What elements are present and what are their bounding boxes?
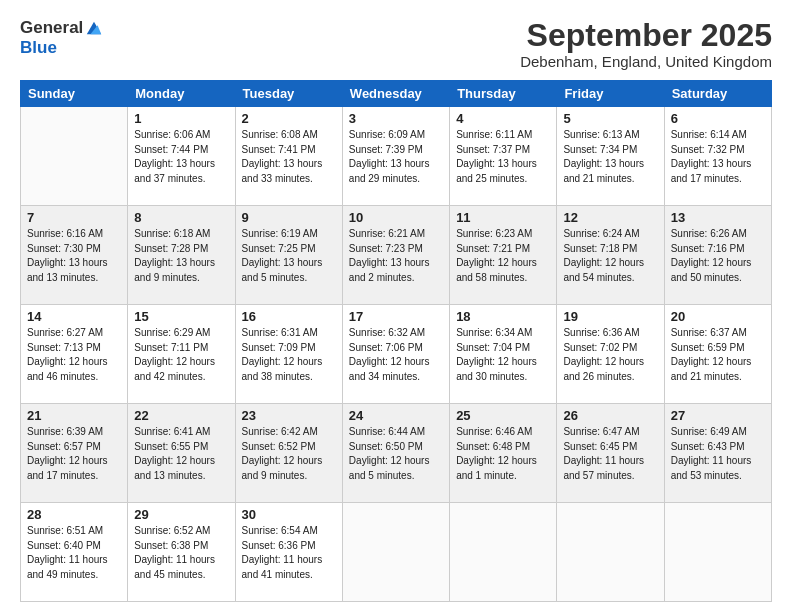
calendar-cell: 5Sunrise: 6:13 AM Sunset: 7:34 PM Daylig… (557, 107, 664, 206)
day-number: 5 (563, 111, 657, 126)
day-number: 23 (242, 408, 336, 423)
calendar-cell: 2Sunrise: 6:08 AM Sunset: 7:41 PM Daylig… (235, 107, 342, 206)
calendar-cell (557, 503, 664, 602)
day-info: Sunrise: 6:34 AM Sunset: 7:04 PM Dayligh… (456, 326, 550, 384)
calendar-cell: 3Sunrise: 6:09 AM Sunset: 7:39 PM Daylig… (342, 107, 449, 206)
col-header-monday: Monday (128, 81, 235, 107)
day-number: 28 (27, 507, 121, 522)
day-number: 8 (134, 210, 228, 225)
day-number: 1 (134, 111, 228, 126)
day-info: Sunrise: 6:21 AM Sunset: 7:23 PM Dayligh… (349, 227, 443, 285)
day-info: Sunrise: 6:08 AM Sunset: 7:41 PM Dayligh… (242, 128, 336, 186)
day-info: Sunrise: 6:09 AM Sunset: 7:39 PM Dayligh… (349, 128, 443, 186)
day-info: Sunrise: 6:46 AM Sunset: 6:48 PM Dayligh… (456, 425, 550, 483)
logo-blue-text: Blue (20, 38, 57, 58)
day-number: 13 (671, 210, 765, 225)
calendar-cell: 11Sunrise: 6:23 AM Sunset: 7:21 PM Dayli… (450, 206, 557, 305)
day-info: Sunrise: 6:26 AM Sunset: 7:16 PM Dayligh… (671, 227, 765, 285)
day-number: 4 (456, 111, 550, 126)
header: General Blue September 2025 Debenham, En… (20, 18, 772, 70)
day-number: 20 (671, 309, 765, 324)
day-info: Sunrise: 6:29 AM Sunset: 7:11 PM Dayligh… (134, 326, 228, 384)
day-number: 25 (456, 408, 550, 423)
calendar-week-1: 1Sunrise: 6:06 AM Sunset: 7:44 PM Daylig… (21, 107, 772, 206)
day-info: Sunrise: 6:23 AM Sunset: 7:21 PM Dayligh… (456, 227, 550, 285)
col-header-friday: Friday (557, 81, 664, 107)
day-number: 27 (671, 408, 765, 423)
day-number: 30 (242, 507, 336, 522)
day-info: Sunrise: 6:11 AM Sunset: 7:37 PM Dayligh… (456, 128, 550, 186)
calendar: SundayMondayTuesdayWednesdayThursdayFrid… (20, 80, 772, 602)
day-info: Sunrise: 6:41 AM Sunset: 6:55 PM Dayligh… (134, 425, 228, 483)
calendar-cell: 25Sunrise: 6:46 AM Sunset: 6:48 PM Dayli… (450, 404, 557, 503)
calendar-cell: 14Sunrise: 6:27 AM Sunset: 7:13 PM Dayli… (21, 305, 128, 404)
day-number: 21 (27, 408, 121, 423)
calendar-cell: 17Sunrise: 6:32 AM Sunset: 7:06 PM Dayli… (342, 305, 449, 404)
calendar-cell: 8Sunrise: 6:18 AM Sunset: 7:28 PM Daylig… (128, 206, 235, 305)
calendar-cell (342, 503, 449, 602)
col-header-thursday: Thursday (450, 81, 557, 107)
title-block: September 2025 Debenham, England, United… (520, 18, 772, 70)
day-number: 7 (27, 210, 121, 225)
day-info: Sunrise: 6:36 AM Sunset: 7:02 PM Dayligh… (563, 326, 657, 384)
calendar-cell: 13Sunrise: 6:26 AM Sunset: 7:16 PM Dayli… (664, 206, 771, 305)
logo-icon (85, 19, 103, 37)
day-number: 2 (242, 111, 336, 126)
calendar-cell: 6Sunrise: 6:14 AM Sunset: 7:32 PM Daylig… (664, 107, 771, 206)
calendar-cell: 1Sunrise: 6:06 AM Sunset: 7:44 PM Daylig… (128, 107, 235, 206)
logo: General Blue (20, 18, 103, 58)
logo-general-text: General (20, 18, 83, 38)
calendar-cell: 7Sunrise: 6:16 AM Sunset: 7:30 PM Daylig… (21, 206, 128, 305)
day-number: 10 (349, 210, 443, 225)
day-number: 11 (456, 210, 550, 225)
calendar-header-row: SundayMondayTuesdayWednesdayThursdayFrid… (21, 81, 772, 107)
day-info: Sunrise: 6:16 AM Sunset: 7:30 PM Dayligh… (27, 227, 121, 285)
day-number: 3 (349, 111, 443, 126)
calendar-cell: 27Sunrise: 6:49 AM Sunset: 6:43 PM Dayli… (664, 404, 771, 503)
calendar-cell: 19Sunrise: 6:36 AM Sunset: 7:02 PM Dayli… (557, 305, 664, 404)
calendar-cell: 23Sunrise: 6:42 AM Sunset: 6:52 PM Dayli… (235, 404, 342, 503)
day-info: Sunrise: 6:42 AM Sunset: 6:52 PM Dayligh… (242, 425, 336, 483)
col-header-tuesday: Tuesday (235, 81, 342, 107)
day-info: Sunrise: 6:51 AM Sunset: 6:40 PM Dayligh… (27, 524, 121, 582)
calendar-cell: 29Sunrise: 6:52 AM Sunset: 6:38 PM Dayli… (128, 503, 235, 602)
calendar-cell: 26Sunrise: 6:47 AM Sunset: 6:45 PM Dayli… (557, 404, 664, 503)
calendar-cell: 4Sunrise: 6:11 AM Sunset: 7:37 PM Daylig… (450, 107, 557, 206)
col-header-wednesday: Wednesday (342, 81, 449, 107)
day-number: 9 (242, 210, 336, 225)
day-number: 6 (671, 111, 765, 126)
calendar-cell (450, 503, 557, 602)
day-number: 16 (242, 309, 336, 324)
day-number: 15 (134, 309, 228, 324)
calendar-week-3: 14Sunrise: 6:27 AM Sunset: 7:13 PM Dayli… (21, 305, 772, 404)
day-info: Sunrise: 6:49 AM Sunset: 6:43 PM Dayligh… (671, 425, 765, 483)
day-info: Sunrise: 6:32 AM Sunset: 7:06 PM Dayligh… (349, 326, 443, 384)
day-info: Sunrise: 6:19 AM Sunset: 7:25 PM Dayligh… (242, 227, 336, 285)
day-number: 24 (349, 408, 443, 423)
calendar-cell: 15Sunrise: 6:29 AM Sunset: 7:11 PM Dayli… (128, 305, 235, 404)
day-info: Sunrise: 6:31 AM Sunset: 7:09 PM Dayligh… (242, 326, 336, 384)
day-number: 22 (134, 408, 228, 423)
calendar-week-4: 21Sunrise: 6:39 AM Sunset: 6:57 PM Dayli… (21, 404, 772, 503)
day-info: Sunrise: 6:54 AM Sunset: 6:36 PM Dayligh… (242, 524, 336, 582)
day-number: 26 (563, 408, 657, 423)
calendar-cell: 24Sunrise: 6:44 AM Sunset: 6:50 PM Dayli… (342, 404, 449, 503)
calendar-cell: 28Sunrise: 6:51 AM Sunset: 6:40 PM Dayli… (21, 503, 128, 602)
day-number: 19 (563, 309, 657, 324)
col-header-sunday: Sunday (21, 81, 128, 107)
day-info: Sunrise: 6:44 AM Sunset: 6:50 PM Dayligh… (349, 425, 443, 483)
day-number: 14 (27, 309, 121, 324)
day-info: Sunrise: 6:39 AM Sunset: 6:57 PM Dayligh… (27, 425, 121, 483)
calendar-cell: 16Sunrise: 6:31 AM Sunset: 7:09 PM Dayli… (235, 305, 342, 404)
day-number: 29 (134, 507, 228, 522)
day-info: Sunrise: 6:13 AM Sunset: 7:34 PM Dayligh… (563, 128, 657, 186)
col-header-saturday: Saturday (664, 81, 771, 107)
day-info: Sunrise: 6:18 AM Sunset: 7:28 PM Dayligh… (134, 227, 228, 285)
calendar-week-2: 7Sunrise: 6:16 AM Sunset: 7:30 PM Daylig… (21, 206, 772, 305)
calendar-cell: 12Sunrise: 6:24 AM Sunset: 7:18 PM Dayli… (557, 206, 664, 305)
calendar-week-5: 28Sunrise: 6:51 AM Sunset: 6:40 PM Dayli… (21, 503, 772, 602)
day-info: Sunrise: 6:52 AM Sunset: 6:38 PM Dayligh… (134, 524, 228, 582)
calendar-cell: 21Sunrise: 6:39 AM Sunset: 6:57 PM Dayli… (21, 404, 128, 503)
calendar-cell: 22Sunrise: 6:41 AM Sunset: 6:55 PM Dayli… (128, 404, 235, 503)
day-info: Sunrise: 6:27 AM Sunset: 7:13 PM Dayligh… (27, 326, 121, 384)
